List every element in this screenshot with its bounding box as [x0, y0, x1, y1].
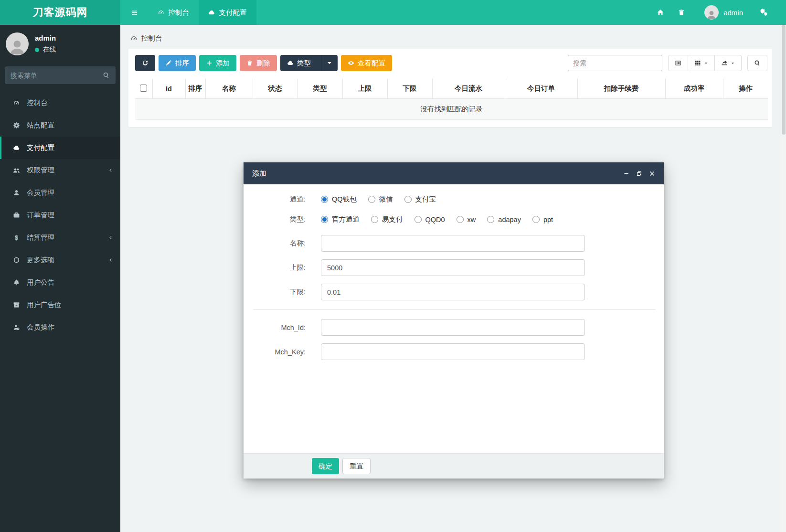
scrollbar-thumb[interactable]	[782, 25, 786, 135]
sidebar-item-1[interactable]: 站点配置	[0, 114, 120, 137]
columns-button[interactable]	[688, 55, 715, 71]
type-filter-button[interactable]: 类型	[280, 55, 338, 71]
navbar-tabs: 控制台 支付配置	[120, 0, 256, 25]
eye-icon	[348, 60, 354, 66]
maximize-button[interactable]	[636, 170, 642, 177]
home-icon	[657, 9, 664, 16]
navbar-username: admin	[723, 9, 743, 17]
sidebar-item-7[interactable]: 更多选项	[0, 249, 120, 271]
cloud-icon	[208, 9, 215, 16]
name-field-row: 名称:	[244, 235, 664, 252]
radio-label: QQD0	[425, 216, 445, 223]
delete-button[interactable]: 删除	[240, 55, 277, 71]
mch-key-field-row: Mch_Key:	[244, 343, 664, 360]
home-button[interactable]	[650, 9, 671, 16]
minimize-button[interactable]	[623, 170, 629, 177]
lower-limit-input[interactable]	[321, 284, 585, 300]
users-icon	[12, 167, 21, 174]
sidebar-item-8[interactable]: 用户公告	[0, 271, 120, 294]
confirm-button[interactable]: 确定	[312, 458, 339, 474]
user-menu[interactable]: admin	[704, 5, 743, 20]
table-search-input[interactable]	[568, 55, 662, 71]
sidebar-item-10[interactable]: 会员操作	[0, 316, 120, 339]
sidebar-item-4[interactable]: 会员管理	[0, 181, 120, 204]
tab-dashboard[interactable]: 控制台	[148, 0, 199, 25]
radio-label: ppt	[543, 216, 553, 223]
sidebar-toggle-button[interactable]	[120, 0, 148, 25]
type-radio-group: 官方通道易支付QQD0xwadapayppt	[321, 215, 553, 224]
mch-id-input[interactable]	[321, 319, 585, 336]
page-scrollbar[interactable]	[781, 25, 786, 532]
radio-label: 官方通道	[332, 215, 360, 224]
gears-icon	[760, 9, 768, 16]
upper-limit-input[interactable]	[321, 259, 585, 276]
person-icon	[8, 37, 26, 55]
search-icon[interactable]	[103, 72, 110, 79]
close-button[interactable]	[649, 170, 655, 177]
search-toggle-button[interactable]	[747, 55, 767, 71]
form-divider	[253, 309, 656, 310]
radio-icon	[532, 216, 540, 223]
sidebar-item-label: 用户广告位	[27, 300, 62, 309]
radio-icon	[368, 196, 375, 203]
avatar	[704, 5, 719, 20]
export-button[interactable]	[715, 55, 742, 71]
mch-key-input[interactable]	[321, 343, 585, 360]
caret-down-icon	[326, 60, 333, 66]
cloud-icon	[12, 144, 21, 151]
select-all-checkbox[interactable]	[140, 85, 147, 92]
sidebar-menu: 控制台站点配置支付配置权限管理会员管理订单管理$结算管理更多选项用户公告用户广告…	[0, 92, 120, 339]
sidebar-search	[5, 66, 116, 84]
radio-label: 支付宝	[415, 195, 436, 204]
radio-label: 易支付	[382, 215, 403, 224]
channel-label: 通道:	[244, 195, 306, 204]
name-input[interactable]	[321, 235, 585, 252]
sidebar-user-status: 在线	[35, 45, 56, 54]
dialog-title: 添加	[252, 169, 266, 178]
view-config-button[interactable]: 查看配置	[341, 55, 392, 71]
settings-button[interactable]	[754, 9, 775, 16]
pencil-icon	[165, 60, 172, 66]
type-field-row: 类型: 官方通道易支付QQD0xwadapayppt	[244, 215, 664, 224]
sidebar-item-5[interactable]: 订单管理	[0, 204, 120, 226]
online-status-dot	[35, 48, 39, 52]
sidebar-item-label: 订单管理	[27, 211, 54, 220]
channel-option-0[interactable]: QQ钱包	[321, 195, 357, 204]
channel-option-2[interactable]: 支付宝	[404, 195, 436, 204]
sidebar-item-3[interactable]: 权限管理	[0, 159, 120, 181]
user-badge-icon	[12, 324, 21, 331]
type-option-2[interactable]: QQD0	[414, 216, 445, 223]
table-view-button-group	[668, 55, 742, 71]
refresh-button[interactable]	[135, 55, 155, 71]
records-table: Id排序名称状态类型上限下限今日流水今日订单扣除手续费成功率操作 没有找到匹配的…	[135, 79, 768, 120]
reset-button[interactable]: 重置	[342, 458, 371, 474]
radio-icon	[371, 216, 378, 223]
type-option-1[interactable]: 易支付	[371, 215, 403, 224]
tab-payment-config[interactable]: 支付配置	[199, 0, 256, 25]
sidebar-item-2[interactable]: 支付配置	[0, 137, 120, 159]
svg-text:$: $	[14, 234, 18, 241]
sidebar-search-input[interactable]	[11, 72, 103, 79]
hamburger-icon	[131, 9, 138, 16]
type-option-0[interactable]: 官方通道	[321, 215, 360, 224]
sidebar-item-9[interactable]: 用户广告位	[0, 294, 120, 316]
type-option-3[interactable]: xw	[457, 216, 476, 223]
column-header-11: 操作	[723, 79, 768, 99]
list-icon	[675, 60, 681, 66]
type-option-4[interactable]: adapay	[487, 216, 521, 223]
add-button[interactable]: 添加	[199, 55, 236, 71]
sidebar-item-6[interactable]: $结算管理	[0, 226, 120, 249]
navbar-right: admin	[650, 0, 786, 25]
sidebar-item-0[interactable]: 控制台	[0, 92, 120, 114]
sidebar-avatar	[6, 32, 29, 55]
sort-button[interactable]: 排序	[159, 55, 196, 71]
pagination-toggle-button[interactable]	[668, 55, 688, 71]
type-option-5[interactable]: ppt	[532, 216, 553, 223]
caret-down-icon	[704, 61, 708, 65]
type-filter-caret[interactable]	[321, 55, 338, 71]
dialog-header[interactable]: 添加	[244, 162, 664, 184]
lower-limit-label: 下限:	[244, 287, 306, 297]
trash-button[interactable]	[671, 9, 692, 16]
channel-option-1[interactable]: 微信	[368, 195, 393, 204]
column-header-7: 今日流水	[432, 79, 505, 99]
